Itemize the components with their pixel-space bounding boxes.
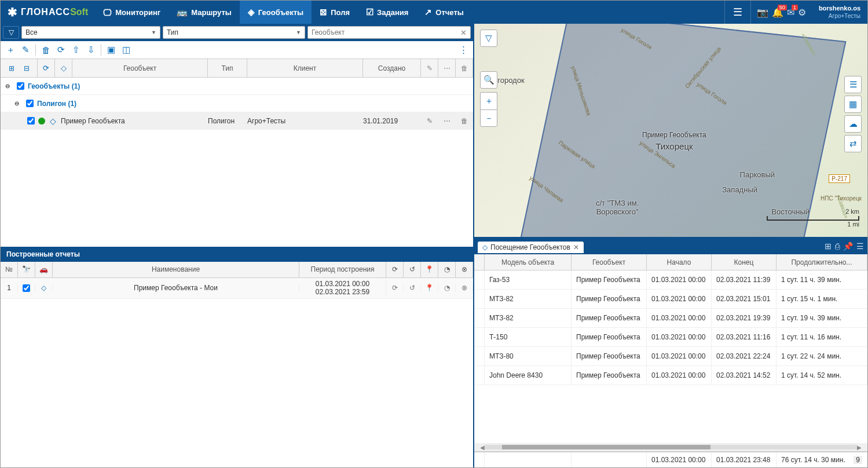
delete-button[interactable]: 🗑 <box>39 43 52 56</box>
group-checkbox[interactable] <box>26 100 34 107</box>
visit-row[interactable]: John Deere 8430Пример Геообъекта01.03.20… <box>474 366 867 385</box>
rh-history-icon[interactable]: ↺ <box>404 262 421 277</box>
nav-monitoring[interactable]: 🖵Мониторинг <box>95 1 169 24</box>
tool3-button[interactable]: ⇄ <box>844 135 862 152</box>
leaf-checkbox[interactable] <box>27 117 35 125</box>
export-excel-icon[interactable]: ⊞ <box>825 242 832 251</box>
export-button[interactable]: ⇧ <box>69 43 82 56</box>
expand-all-icon[interactable]: ⊞ <box>5 62 18 75</box>
nav-geoobjects[interactable]: ◈Геообъекты <box>240 1 312 24</box>
close-tab-icon[interactable]: ✕ <box>573 243 579 251</box>
menu-col-icon[interactable]: ⋯ <box>444 64 451 72</box>
reports-grid-header: № 🔭 🚗 Наименование Период построения ⟳ ↺… <box>1 262 473 278</box>
bell-icon[interactable]: 🔔50 <box>772 7 783 18</box>
map[interactable]: Пример Геообъекта Тихорецк ый городок За… <box>474 24 867 238</box>
visit-rows[interactable]: Газ-53Пример Геообъекта01.03.2021 00:000… <box>474 270 867 443</box>
nav-routes[interactable]: 🚌Маршруты <box>169 1 240 24</box>
map-search-button[interactable]: 🔍 <box>480 71 497 89</box>
zoom-in-button[interactable]: ＋ <box>480 92 497 109</box>
reports-icon: ↗ <box>424 7 432 17</box>
collapse-icon[interactable]: ⊖ <box>14 100 23 107</box>
rc-pie[interactable]: ◔ <box>438 284 456 292</box>
collapse-icon[interactable]: ⊖ <box>5 83 13 89</box>
pin-icon[interactable]: 📌 <box>843 242 853 251</box>
nav-reports[interactable]: ↗Отчеты <box>416 1 472 24</box>
report-checkbox[interactable] <box>23 284 30 292</box>
gear-icon[interactable]: ⚙ <box>798 7 806 18</box>
rh-close-icon[interactable]: ⊗ <box>456 262 473 277</box>
refresh-button[interactable]: ⟳ <box>54 43 67 56</box>
visit-row[interactable]: МТЗ-80Пример Геообъекта01.03.2021 00:000… <box>474 347 867 366</box>
clear-search-icon[interactable]: ✕ <box>460 28 467 37</box>
rh-name[interactable]: Наименование <box>53 262 299 277</box>
leaf-menu[interactable]: ⋯ <box>438 117 456 125</box>
add-button[interactable]: ＋ <box>4 43 17 56</box>
tree-group-polygon[interactable]: ⊖ Полигон (1) <box>1 95 473 112</box>
filter-all-select[interactable]: Все▼ <box>21 26 160 39</box>
tool-a-button[interactable]: ▣ <box>105 43 118 56</box>
more-button[interactable]: ⋮ <box>457 43 470 56</box>
visit-row[interactable]: МТЗ-82Пример Геообъекта01.03.2021 00:000… <box>474 290 867 309</box>
vh-start[interactable]: Начало <box>647 254 712 270</box>
tree-leaf[interactable]: ◇ Пример Геообъекта Полигон Агро+Тесты 3… <box>1 112 473 130</box>
nav-fields[interactable]: ⊠Поля <box>312 1 358 24</box>
leaf-edit[interactable]: ✎ <box>421 117 438 125</box>
map-label: Западный <box>722 185 757 194</box>
collapse-all-icon[interactable]: ⊟ <box>20 62 33 75</box>
map-filter-button[interactable]: ▽ <box>480 30 497 47</box>
col-type[interactable]: Тип <box>208 59 247 77</box>
report-row[interactable]: 1 ◇ Пример Геообъекта - Мои 01.03.2021 0… <box>1 278 473 299</box>
rc-pin[interactable]: 📍 <box>421 284 438 292</box>
tool-b-button[interactable]: ◫ <box>120 43 133 56</box>
rh-period[interactable]: Период построения <box>299 262 386 277</box>
route-icon: 🚌 <box>177 7 188 17</box>
vh-model[interactable]: Модель объекта <box>485 254 572 270</box>
mail-icon[interactable]: ✉1 <box>787 7 794 18</box>
vh-dur[interactable]: Продолжительно... <box>777 254 867 270</box>
filter-icon[interactable]: ▽ <box>3 26 19 39</box>
user-block[interactable]: borshenko.os Агро+Тесты <box>812 5 867 20</box>
camera-icon[interactable]: 📷 <box>757 7 768 18</box>
visit-tab[interactable]: ◇ Посещение Геообъектов ✕ <box>478 242 584 253</box>
group-checkbox[interactable] <box>17 82 24 90</box>
col-created[interactable]: Создано <box>363 59 421 77</box>
scrollbar-thumb[interactable] <box>502 445 710 449</box>
col-object[interactable]: Геообъект <box>72 59 208 77</box>
import-button[interactable]: ⇩ <box>85 43 97 56</box>
vc-geo: Пример Геообъекта <box>572 309 647 327</box>
rh-refresh-icon[interactable]: ⟳ <box>386 262 404 277</box>
horizontal-scrollbar[interactable]: ◀ ▶ <box>474 443 867 451</box>
rh-pin-icon[interactable]: 📍 <box>421 262 438 277</box>
reload-col-icon[interactable]: ⟳ <box>40 62 53 75</box>
edit-col-icon[interactable]: ✎ <box>427 64 433 72</box>
shape-col-icon[interactable]: ◇ <box>57 62 70 75</box>
columns-icon[interactable]: ☰ <box>856 242 864 251</box>
logo[interactable]: ✱ ГЛОНАССSoft <box>1 5 95 19</box>
tree-group-root[interactable]: ⊖ Геообъекты (1) <box>1 78 473 95</box>
layers-button[interactable]: ☰ <box>844 76 862 93</box>
visit-row[interactable]: МТЗ-82Пример Геообъекта01.03.2021 00:000… <box>474 309 867 328</box>
leaf-delete[interactable]: 🗑 <box>456 117 473 125</box>
rc-history[interactable]: ↺ <box>404 284 421 292</box>
vc-geo: Пример Геообъекта <box>572 270 647 289</box>
col-client[interactable]: Клиент <box>247 59 363 77</box>
rc-close[interactable]: ⊗ <box>456 284 473 292</box>
nav-tasks[interactable]: ☑Задания <box>358 1 416 24</box>
hamburger-menu[interactable]: ☰ <box>724 1 751 24</box>
visit-row[interactable]: Газ-53Пример Геообъекта01.03.2021 00:000… <box>474 270 867 290</box>
edit-button[interactable]: ✎ <box>19 43 32 56</box>
car-icon[interactable]: 🚗 <box>35 262 53 277</box>
binoculars-icon[interactable]: 🔭 <box>18 262 35 277</box>
filter-type-select[interactable]: Тип▼ <box>163 26 305 39</box>
zoom-out-button[interactable]: － <box>480 109 497 127</box>
vh-end[interactable]: Конец <box>712 254 777 270</box>
vh-geo[interactable]: Геообъект <box>572 254 647 270</box>
delete-col-icon[interactable]: 🗑 <box>461 64 468 72</box>
search-input[interactable] <box>312 28 460 36</box>
tool2-button[interactable]: ☁ <box>844 115 862 133</box>
visit-row[interactable]: Т-150Пример Геообъекта01.03.2021 00:0002… <box>474 328 867 347</box>
export-pdf-icon[interactable]: ⎙ <box>835 242 840 251</box>
tool1-button[interactable]: ▦ <box>844 96 862 113</box>
rh-pie-icon[interactable]: ◔ <box>438 262 456 277</box>
rc-refresh[interactable]: ⟳ <box>386 284 404 292</box>
